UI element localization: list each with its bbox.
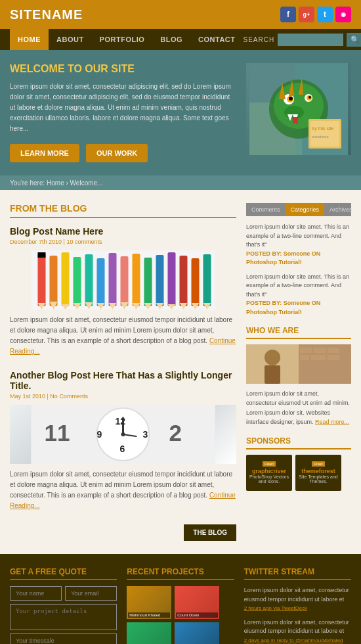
svg-text:3: 3 bbox=[143, 429, 148, 440]
main-content: FROM THE BLOG Blog Post Name Here Decemb… bbox=[0, 190, 361, 554]
svg-point-68 bbox=[265, 350, 280, 365]
read-more-link[interactable]: Read more... bbox=[315, 419, 349, 425]
svg-point-7 bbox=[289, 97, 293, 101]
search-button[interactable]: 🔍 bbox=[347, 33, 361, 47]
nav-portfolio[interactable]: PORTFOLIO bbox=[92, 29, 153, 50]
svg-text:6: 6 bbox=[120, 444, 125, 454]
the-blog-button[interactable]: THE BLOG bbox=[184, 524, 236, 541]
nav-about[interactable]: ABOUT bbox=[49, 29, 92, 50]
svg-rect-75 bbox=[328, 348, 339, 353]
sponsor-2-name: themeforest bbox=[301, 468, 335, 474]
blog-post-2-body: Lorem ipsum dolor sit amet, consectetur … bbox=[10, 469, 236, 511]
sponsor-images: Free! graphicriver PhotoShop Vectors and… bbox=[246, 455, 351, 491]
the-blog-btn-wrap: THE BLOG bbox=[10, 524, 236, 541]
project-thumb-1[interactable]: Mahmoud Khaled bbox=[127, 586, 171, 619]
breadcrumb: You're here: Home › Welcome... bbox=[10, 179, 102, 187]
twitter-section: TWITTER STREAM Lorem ipsum dolor sit ame… bbox=[244, 567, 351, 644]
svg-rect-76 bbox=[300, 355, 309, 360]
comment-2-posted: POSTED BY: Someone ON Photoshop Tutorial… bbox=[246, 300, 320, 315]
svg-rect-78 bbox=[328, 355, 339, 360]
comment-1-posted: POSTED BY: Someone ON Photoshop Tutorial… bbox=[246, 250, 320, 266]
project-details-input[interactable] bbox=[10, 604, 117, 630]
sidebar-comment-1: Lorem ipsum dolor site amet. This is an … bbox=[246, 223, 351, 267]
svg-rect-24 bbox=[38, 252, 46, 258]
sidebar-tabs: Comments Categories Archives bbox=[246, 203, 351, 216]
blog-section-title: FROM THE BLOG bbox=[10, 203, 236, 218]
svg-rect-77 bbox=[311, 355, 326, 360]
hero-img-placeholder: try this site structions bbox=[246, 63, 351, 155]
twitter-post-1: Lorem ipsum dolor sit amet, consectetur … bbox=[244, 586, 351, 613]
blog-post-2: Another Blog Post Here That Has a Slight… bbox=[10, 370, 236, 511]
social-icons: f g+ t ◉ bbox=[280, 7, 351, 22]
project-thumb-2[interactable]: Count Down bbox=[175, 586, 219, 619]
timescale-input[interactable] bbox=[10, 633, 117, 644]
svg-rect-73 bbox=[300, 348, 312, 353]
search-input[interactable] bbox=[278, 34, 343, 46]
hero-image: try this site structions bbox=[246, 63, 351, 155]
project-2-name: Count Down bbox=[176, 612, 218, 618]
svg-rect-25 bbox=[50, 256, 58, 306]
quote-section: GET A FREE QUOTE SUBMIT! bbox=[10, 567, 117, 644]
nav-links: HOME ABOUT PORTFOLIO BLOG CONTACT bbox=[10, 29, 244, 50]
twitter-icon[interactable]: t bbox=[317, 7, 333, 22]
email-input[interactable] bbox=[65, 586, 117, 601]
hero-text: WELCOME TO OUR SITE Lorem ipsum dolor si… bbox=[10, 63, 236, 162]
facebook-icon[interactable]: f bbox=[280, 7, 296, 22]
sponsor-1-sub: PhotoShop Vectors and Icons. bbox=[249, 474, 289, 484]
who-we-are-body: Lorem ipsum dolor sit amet, consectetur … bbox=[246, 389, 351, 427]
sidebar-comment-2: Lorem ipsum dolor site amet. This is an … bbox=[246, 273, 351, 317]
sponsors-title: SPONSORS bbox=[246, 436, 351, 449]
sponsor-2[interactable]: Free! themeforest Site Templates and The… bbox=[295, 455, 341, 491]
tab-archives[interactable]: Archives bbox=[324, 203, 358, 216]
svg-rect-39 bbox=[133, 254, 140, 306]
project-thumb-4[interactable]: BRILLANTE bbox=[175, 622, 219, 644]
quote-title: GET A FREE QUOTE bbox=[10, 567, 117, 580]
search-area: SEARCH 🔍 bbox=[244, 33, 361, 47]
name-input[interactable] bbox=[10, 586, 62, 601]
blog-post-1-meta: December 7th 2010 | 10 comments bbox=[10, 239, 236, 245]
projects-title: RECENT PROJECTS bbox=[127, 567, 234, 580]
tab-categories[interactable]: Categories bbox=[286, 203, 325, 216]
twitter-time-2[interactable]: 2 days ago in reply to @mahmoud&khaled bbox=[244, 637, 343, 643]
svg-text:try this site: try this site bbox=[312, 126, 334, 131]
flickr-icon[interactable]: ◉ bbox=[335, 7, 351, 22]
twitter-time-1[interactable]: 2 hours ago via TweetDeck bbox=[244, 605, 307, 611]
svg-rect-31 bbox=[85, 254, 93, 306]
sponsor-2-sub: Site Templates and Themes. bbox=[298, 474, 339, 484]
form-name-email-row bbox=[10, 586, 117, 601]
blog-post-1-image bbox=[10, 250, 236, 310]
twitter-post-2: Lorem ipsum dolor sit amet, consectetur … bbox=[244, 618, 351, 645]
sponsor-2-tag: Free! bbox=[312, 461, 325, 467]
svg-point-63 bbox=[121, 432, 125, 436]
breadcrumb-bar: You're here: Home › Welcome... bbox=[0, 175, 361, 190]
blog-post-1-title: Blog Post Name Here bbox=[10, 226, 236, 237]
sponsor-1[interactable]: Free! graphicriver PhotoShop Vectors and… bbox=[246, 455, 292, 491]
svg-rect-45 bbox=[168, 252, 176, 306]
svg-rect-29 bbox=[74, 257, 81, 306]
nav-blog[interactable]: BLOG bbox=[152, 29, 190, 50]
svg-rect-69 bbox=[265, 365, 280, 384]
svg-rect-18 bbox=[310, 121, 339, 147]
svg-rect-49 bbox=[192, 258, 200, 306]
svg-rect-43 bbox=[156, 255, 164, 306]
blog-post-2-meta: May 1st 2010 | No Comments bbox=[10, 393, 236, 400]
svg-text:structions: structions bbox=[312, 135, 329, 139]
svg-rect-33 bbox=[97, 258, 105, 306]
hero-title: WELCOME TO OUR SITE bbox=[10, 63, 236, 75]
nav-contact[interactable]: CONTACT bbox=[190, 29, 243, 50]
svg-rect-37 bbox=[121, 256, 129, 306]
twitter-title: TWITTER STREAM bbox=[244, 567, 351, 580]
hero-section: WELCOME TO OUR SITE Lorem ipsum dolor si… bbox=[0, 50, 361, 175]
project-thumb-3[interactable]: P... bbox=[127, 622, 171, 644]
our-work-button[interactable]: OUR WORK bbox=[86, 144, 148, 162]
blog-post-2-image: 12 3 6 9 11 2 bbox=[10, 405, 236, 464]
blog-post-2-title: Another Blog Post Here That Has a Slight… bbox=[10, 370, 236, 391]
svg-rect-47 bbox=[180, 256, 188, 306]
learn-more-button[interactable]: LEARN MORE bbox=[10, 144, 79, 162]
svg-rect-27 bbox=[62, 252, 70, 306]
nav-home[interactable]: HOME bbox=[10, 29, 49, 50]
tab-comments[interactable]: Comments bbox=[246, 203, 286, 216]
svg-rect-35 bbox=[109, 253, 117, 306]
googleplus-icon[interactable]: g+ bbox=[299, 7, 314, 22]
svg-rect-74 bbox=[314, 348, 326, 353]
